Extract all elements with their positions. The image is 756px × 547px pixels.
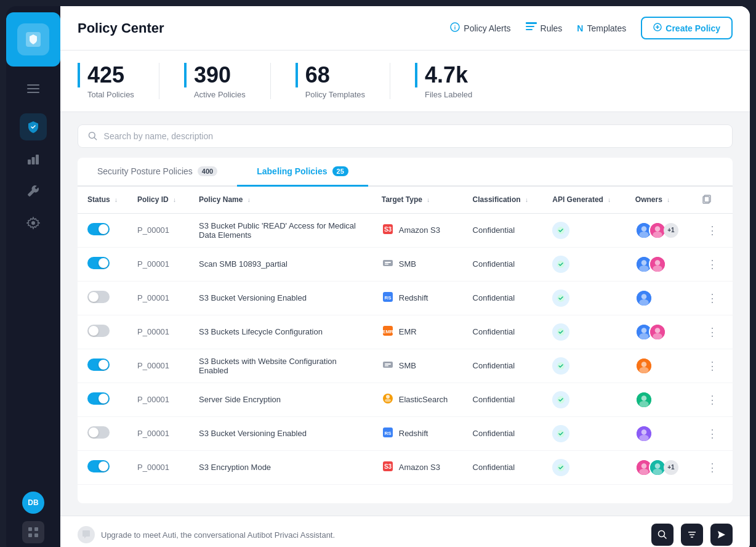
- grid-icon: [28, 527, 39, 538]
- tab-security-posture[interactable]: Security Posture Policies 400: [78, 158, 237, 187]
- more-actions-button[interactable]: ⋮: [702, 357, 723, 375]
- check-circle-icon: [557, 362, 565, 370]
- svg-text:S3: S3: [384, 463, 392, 470]
- bottom-chat: Upgrade to meet Auti, the conversational…: [78, 526, 335, 543]
- status-toggle[interactable]: [87, 392, 110, 405]
- shield-icon: [26, 120, 40, 134]
- user-avatar[interactable]: DB: [22, 492, 44, 514]
- svg-point-57: [653, 333, 662, 339]
- sidebar: DB: [6, 6, 60, 547]
- tab-labeling-policies[interactable]: Labeling Policies 25: [237, 158, 368, 187]
- toggle-knob: [89, 326, 99, 336]
- cell-policy-id: P_00001: [127, 383, 189, 416]
- svg-point-82: [641, 463, 647, 469]
- check-circle-icon: [557, 463, 565, 472]
- cell-classification: Confidential: [463, 213, 543, 247]
- status-toggle[interactable]: [87, 291, 110, 303]
- more-actions-button[interactable]: ⋮: [702, 323, 723, 341]
- toggle-knob: [89, 427, 99, 437]
- table-container: Status ↓ Policy ID ↓ Policy Name ↓: [78, 187, 733, 503]
- status-toggle[interactable]: [87, 359, 110, 371]
- status-toggle[interactable]: [87, 460, 110, 472]
- api-generated-sort-icon[interactable]: ↓: [608, 197, 611, 203]
- status-toggle[interactable]: [87, 325, 110, 337]
- svg-point-67: [385, 399, 391, 402]
- status-sort-icon[interactable]: ↓: [115, 197, 118, 203]
- header-actions: i Policy Alerts Rules: [450, 17, 733, 39]
- menu-toggle[interactable]: [23, 79, 43, 99]
- check-circle-icon: [557, 294, 565, 302]
- target-type-sort-icon[interactable]: ↓: [427, 197, 430, 203]
- policy-alerts-button[interactable]: i Policy Alerts: [450, 22, 510, 34]
- sidebar-item-settings[interactable]: [20, 209, 47, 237]
- owners-container: [635, 357, 682, 375]
- svg-rect-8: [28, 527, 32, 531]
- status-toggle[interactable]: [87, 426, 110, 439]
- cell-status: [78, 281, 127, 315]
- svg-rect-15: [526, 26, 534, 27]
- more-actions-button[interactable]: ⋮: [702, 289, 723, 307]
- col-status: Status ↓: [78, 187, 127, 214]
- svg-point-31: [655, 226, 661, 232]
- policy-templates-number: 68: [296, 63, 365, 87]
- owner-avatar: [635, 357, 653, 375]
- sidebar-item-tools[interactable]: [20, 177, 47, 205]
- check-circle-icon: [557, 429, 565, 438]
- svg-point-66: [386, 395, 390, 399]
- main-content: Policy Center i Policy Alerts: [60, 6, 750, 547]
- cell-target-type: SMB: [372, 349, 463, 383]
- svg-rect-2: [27, 88, 39, 89]
- cell-policy-id: P_00001: [127, 349, 189, 383]
- table-row: P_00001S3 Bucket Versioning EnabledRSRed…: [78, 281, 733, 315]
- svg-point-64: [639, 367, 648, 373]
- send-icon: [717, 530, 726, 540]
- svg-rect-6: [36, 155, 39, 164]
- more-actions-button[interactable]: ⋮: [702, 255, 723, 274]
- more-actions-button[interactable]: ⋮: [702, 458, 723, 477]
- cell-policy-id: P_00001: [127, 416, 189, 450]
- tab-security-posture-label: Security Posture Policies: [97, 166, 193, 176]
- cell-policy-id: P_00001: [127, 213, 189, 247]
- status-toggle[interactable]: [87, 257, 110, 269]
- svg-text:RS: RS: [384, 295, 392, 301]
- svg-point-48: [639, 299, 648, 305]
- api-generated-badge: [552, 290, 569, 307]
- cell-policy-name: S3 Bucket Versioning Enabled: [189, 281, 372, 315]
- target-type-label: Redshift: [399, 429, 428, 438]
- page-title: Policy Center: [78, 20, 164, 36]
- cell-status: [78, 383, 127, 416]
- search-action-button[interactable]: [651, 524, 674, 546]
- owners-container: [635, 323, 682, 341]
- speech-bubble-icon: [81, 530, 91, 540]
- search-input[interactable]: [104, 131, 722, 141]
- owners-sort-icon[interactable]: ↓: [667, 197, 670, 203]
- policy-name-sort-icon[interactable]: ↓: [247, 197, 251, 203]
- send-action-button[interactable]: [710, 524, 733, 546]
- filter-action-button[interactable]: [681, 524, 703, 546]
- sidebar-nav: [20, 113, 47, 492]
- policy-id-sort-icon[interactable]: ↓: [173, 197, 176, 203]
- table-row: P_00001S3 Encryption ModeS3Amazon S3Conf…: [78, 450, 733, 484]
- chart-icon: [26, 152, 40, 166]
- more-actions-button[interactable]: ⋮: [702, 424, 723, 443]
- templates-button[interactable]: N Templates: [577, 23, 626, 33]
- sidebar-logo[interactable]: [6, 12, 60, 67]
- svg-text:S3: S3: [384, 226, 392, 233]
- rules-button[interactable]: Rules: [526, 22, 563, 34]
- more-actions-button[interactable]: ⋮: [702, 221, 723, 240]
- more-actions-button[interactable]: ⋮: [702, 391, 723, 409]
- sidebar-item-shield[interactable]: [20, 113, 47, 140]
- check-circle-icon: [557, 395, 565, 404]
- svg-rect-5: [32, 157, 35, 164]
- target-type-label: SMB: [399, 259, 416, 269]
- classification-sort-icon[interactable]: ↓: [525, 197, 528, 203]
- sidebar-item-dashboard[interactable]: [20, 145, 47, 172]
- cell-api-generated: [542, 450, 625, 484]
- status-toggle[interactable]: [87, 223, 110, 235]
- svg-point-41: [655, 260, 661, 265]
- sidebar-grid-button[interactable]: [22, 521, 44, 543]
- cell-status: [78, 450, 127, 484]
- svg-point-56: [655, 328, 661, 333]
- total-policies-label: Total Policies: [78, 90, 134, 99]
- create-policy-button[interactable]: Create Policy: [641, 17, 733, 39]
